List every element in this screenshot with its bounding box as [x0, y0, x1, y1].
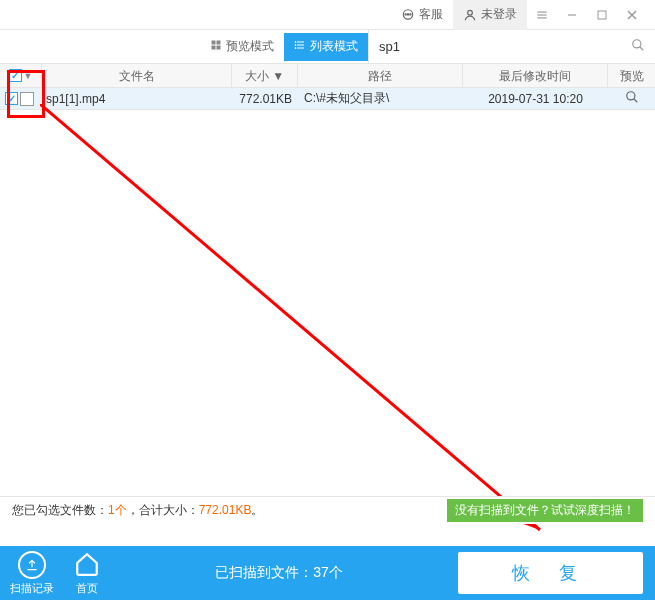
svg-point-22 [633, 39, 641, 47]
close-button[interactable] [617, 0, 647, 30]
deep-scan-tip[interactable]: 没有扫描到文件？试试深度扫描！ [447, 499, 643, 522]
home-label: 首页 [76, 581, 98, 596]
bottom-bar: 扫描记录 首页 已扫描到文件：37个 恢 复 [0, 546, 655, 600]
login-label: 未登录 [481, 6, 517, 23]
table-row[interactable]: sp1[1].mp4 772.01KB C:\#未知父目录\ 2019-07-3… [0, 88, 655, 110]
svg-point-24 [626, 92, 634, 100]
svg-line-23 [640, 46, 644, 50]
home-icon [74, 551, 100, 579]
file-icon [20, 92, 34, 106]
svg-point-2 [407, 13, 408, 14]
bottom-nav: 扫描记录 首页 [0, 551, 100, 596]
cell-path: C:\#未知父目录\ [298, 90, 463, 107]
preview-mode-button[interactable]: 预览模式 [200, 33, 284, 61]
recover-button[interactable]: 恢 复 [458, 552, 643, 594]
toolbar: 预览模式 列表模式 [0, 30, 655, 64]
header-size[interactable]: 大小 ▼ [232, 64, 298, 87]
preview-mode-label: 预览模式 [226, 38, 274, 55]
menu-button[interactable] [527, 0, 557, 30]
svg-rect-13 [217, 41, 221, 45]
list-mode-button[interactable]: 列表模式 [284, 33, 368, 61]
chevron-down-icon[interactable]: ▼ [24, 71, 33, 81]
minimize-button[interactable] [557, 0, 587, 30]
svg-rect-14 [212, 46, 216, 50]
status-bar: 您已勾选文件数：1个，合计大小：772.01KB。 没有扫描到文件？试试深度扫描… [0, 496, 655, 524]
search-input[interactable] [379, 39, 631, 54]
customer-service-button[interactable]: 客服 [391, 0, 453, 30]
svg-point-19 [295, 42, 296, 43]
search-icon[interactable] [631, 38, 645, 56]
list-icon [294, 39, 306, 54]
home-button[interactable]: 首页 [74, 551, 100, 596]
svg-rect-15 [217, 46, 221, 50]
row-checkbox-cell [0, 92, 42, 106]
list-mode-label: 列表模式 [310, 38, 358, 55]
svg-line-26 [40, 104, 540, 530]
chat-icon [401, 8, 415, 22]
selection-summary: 您已勾选文件数：1个，合计大小：772.01KB。 [12, 502, 263, 519]
grid-icon [210, 39, 222, 54]
header-filename[interactable]: 文件名 [42, 64, 232, 87]
titlebar: 客服 未登录 [0, 0, 655, 30]
cell-time: 2019-07-31 10:20 [463, 92, 608, 106]
cell-filename: sp1[1].mp4 [42, 92, 232, 106]
svg-point-21 [295, 48, 296, 49]
row-checkbox[interactable] [5, 92, 18, 105]
svg-point-4 [468, 10, 473, 15]
login-button[interactable]: 未登录 [453, 0, 527, 30]
annotation-arrow [40, 104, 580, 544]
svg-rect-12 [212, 41, 216, 45]
svg-point-3 [410, 13, 411, 14]
svg-point-1 [405, 13, 406, 14]
cell-size: 772.01KB [232, 92, 298, 106]
svg-point-20 [295, 45, 296, 46]
svg-line-25 [633, 99, 637, 103]
scan-record-button[interactable]: 扫描记录 [10, 551, 54, 596]
header-path[interactable]: 路径 [298, 64, 463, 87]
select-all-checkbox[interactable] [9, 69, 22, 82]
view-mode-group: 预览模式 列表模式 [200, 33, 368, 61]
search-box [368, 30, 655, 63]
export-icon [18, 551, 46, 579]
header-checkbox-cell: ▼ [0, 64, 42, 87]
user-icon [463, 8, 477, 22]
preview-magnifier[interactable] [608, 90, 655, 107]
maximize-button[interactable] [587, 0, 617, 30]
header-time[interactable]: 最后修改时间 [463, 64, 608, 87]
service-label: 客服 [419, 6, 443, 23]
scan-status: 已扫描到文件：37个 [100, 564, 458, 582]
header-preview: 预览 [608, 64, 655, 87]
table-header: ▼ 文件名 大小 ▼ 路径 最后修改时间 预览 [0, 64, 655, 88]
scan-record-label: 扫描记录 [10, 581, 54, 596]
svg-rect-9 [598, 11, 606, 19]
